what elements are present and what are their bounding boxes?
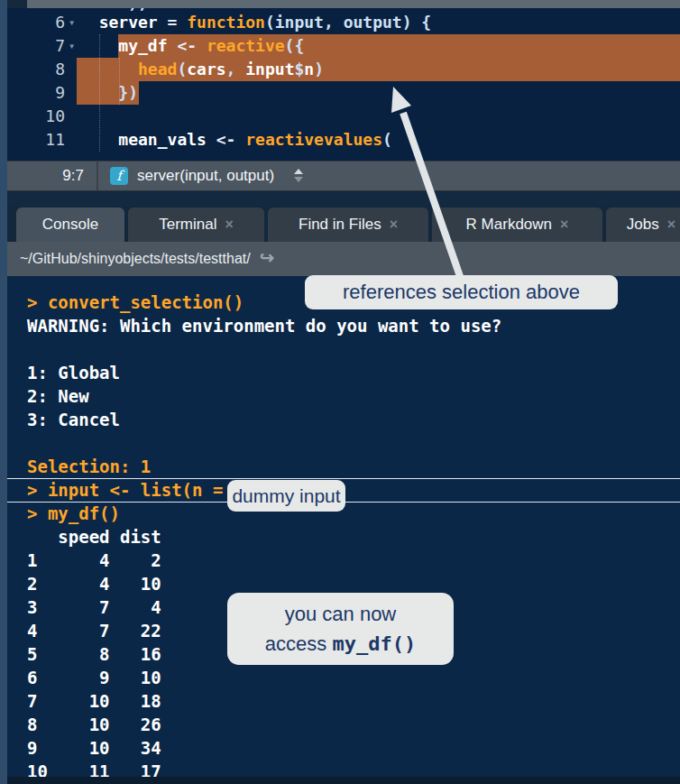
goto-directory-icon[interactable]: ↪: [260, 242, 274, 274]
line-number: 7: [7, 34, 65, 58]
code-line: 6▾ server = function(input, output) {: [7, 11, 680, 34]
tab-label: Find in Files: [299, 216, 381, 234]
console-tab-strip: ConsoleTerminal×Find in Files×R Markdown…: [7, 206, 680, 242]
rstudio-window: ), 6▾ server = function(input, output) {…: [0, 0, 680, 784]
code-text: mean_vals <- reactivevalues(: [79, 128, 392, 152]
code-line: 10: [7, 105, 680, 128]
tab-label: Terminal: [159, 216, 216, 234]
callout-line2: access my_df(): [265, 629, 416, 659]
console-output-line: 1 4 2: [27, 549, 676, 572]
console-output-line: 3: Cancel: [27, 408, 676, 431]
close-icon[interactable]: ×: [390, 217, 398, 233]
chevron-up-down-icon[interactable]: [294, 169, 305, 183]
close-icon[interactable]: ×: [225, 217, 233, 233]
toolbar-edge: [27, 0, 680, 8]
line-number: 8: [7, 58, 65, 81]
console-output-line: [27, 431, 676, 455]
code-text: server = function(input, output) {: [79, 11, 431, 34]
references-selection-callout: references selection above: [305, 275, 618, 309]
editor-status-bar: 9:7 f server(input, output): [7, 161, 680, 191]
code-line: 11 mean_vals <- reactivevalues(: [7, 128, 680, 152]
function-context-selector[interactable]: server(input, output): [137, 161, 274, 190]
code-editor[interactable]: ), 6▾ server = function(input, output) {…: [7, 8, 680, 161]
tab-label: R Markdown: [466, 216, 552, 234]
tab-jobs[interactable]: Jobs×: [606, 208, 680, 242]
line-number: 10: [7, 105, 65, 128]
line-number: 9: [7, 81, 65, 105]
console-output-line: 8 10 26: [27, 713, 676, 736]
console-output-line: 9 10 34: [27, 736, 676, 760]
console-output-line: 10 11 17: [27, 760, 676, 777]
working-directory-path: ~/GitHub/shinyobjects/tests/testthat/: [20, 242, 251, 276]
tab-find-in-files[interactable]: Find in Files×: [268, 208, 428, 242]
console-command: > my_df(): [27, 502, 676, 525]
console-output-line: speed dist: [27, 525, 676, 549]
callout-line1: you can now: [285, 599, 397, 629]
working-directory-bar: ~/GitHub/shinyobjects/tests/testthat/ ↪: [7, 242, 680, 276]
window-bottom-edge: [7, 777, 680, 784]
line-number: 6: [7, 11, 65, 34]
code-text: head(cars, input$n): [79, 58, 324, 81]
cursor-position: 9:7: [62, 161, 84, 190]
code-line: 9 }): [7, 81, 680, 105]
console-output-line: [27, 337, 676, 361]
line-number: 11: [7, 128, 65, 152]
console-output-line: 6 9 10: [27, 666, 676, 689]
tab-terminal[interactable]: Terminal×: [128, 208, 264, 242]
tab-r-markdown[interactable]: R Markdown×: [432, 208, 602, 242]
code-line: 7▾ my_df <- reactive({: [7, 34, 680, 58]
function-icon: f: [110, 167, 128, 185]
close-icon[interactable]: ×: [667, 217, 675, 233]
code-text: my_df <- reactive({: [79, 34, 304, 58]
code-line: 8 head(cars, input$n): [7, 58, 680, 81]
cursor-position-cell: 9:7: [7, 161, 98, 190]
close-icon[interactable]: ×: [560, 217, 568, 233]
tab-label: Jobs: [627, 216, 659, 234]
dummy-input-callout: dummy input: [227, 480, 345, 512]
console-output-line: 7 10 18: [27, 689, 676, 713]
console-command: > input <- list(n = 10): [27, 478, 676, 502]
tab-console[interactable]: Console: [16, 208, 124, 242]
code-text: }): [79, 81, 138, 105]
gutter-top-notch: [7, 0, 27, 8]
tab-label: Console: [42, 216, 98, 234]
window-left-edge: [0, 0, 7, 784]
console-command: Selection: 1: [27, 455, 676, 478]
console-output-line: WARNING: Which environment do you want t…: [27, 314, 676, 337]
console-output-line: 1: Global: [27, 361, 676, 384]
console-output-line: 2: New: [27, 384, 676, 408]
access-mydf-callout: you can now access my_df(): [227, 593, 454, 665]
console-output[interactable]: > convert_selection()WARNING: Which envi…: [7, 276, 680, 777]
